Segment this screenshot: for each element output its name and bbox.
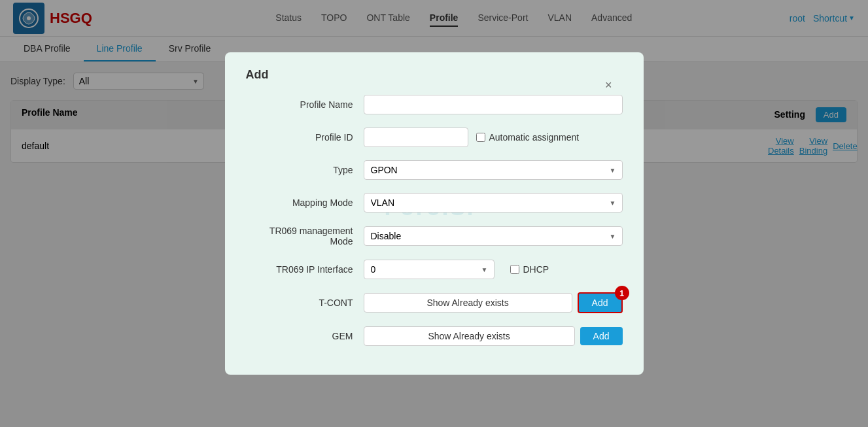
tr069-ip-select[interactable]: 0: [364, 260, 495, 279]
mapping-mode-select[interactable]: VLAN: [364, 193, 623, 213]
modal-close-button[interactable]: ×: [605, 78, 612, 92]
tcont-row: T-CONT Show Already exists Add 1: [246, 292, 623, 313]
tcont-badge: 1: [615, 286, 629, 300]
mapping-mode-label: Mapping Mode: [246, 197, 364, 208]
modal-content: ForoISP Add × Profile Name Profile ID Au…: [246, 68, 623, 346]
gem-show-exists-button[interactable]: Show Already exists: [364, 326, 575, 346]
tcont-label: T-CONT: [246, 298, 364, 308]
dhcp-group: DHCP: [510, 264, 549, 275]
gem-label: GEM: [246, 331, 364, 341]
tr069-mgmt-label: TR069 management Mode: [246, 226, 364, 247]
tr069-ip-select-wrap: 0: [364, 260, 495, 279]
auto-assign-label: Automatic assignment: [489, 132, 580, 143]
gem-add-button[interactable]: Add: [580, 327, 623, 345]
type-row: Type GPON: [246, 160, 623, 180]
profile-id-row: Profile ID Automatic assignment: [246, 128, 623, 147]
type-select-wrap: GPON: [364, 160, 623, 180]
dhcp-checkbox[interactable]: [510, 265, 519, 274]
add-modal: ForoISP Add × Profile Name Profile ID Au…: [225, 52, 644, 375]
profile-name-input[interactable]: [364, 95, 623, 114]
profile-name-label: Profile Name: [246, 99, 364, 110]
modal-title: Add: [246, 68, 623, 82]
tr069-mgmt-row: TR069 management Mode Disable: [246, 226, 623, 247]
tcont-controls: Show Already exists Add 1: [364, 292, 623, 313]
tr069-ip-row: TR069 IP Interface 0 DHCP: [246, 260, 623, 279]
gem-controls: Show Already exists Add: [364, 326, 623, 346]
auto-assign-group: Automatic assignment: [476, 132, 580, 143]
type-select[interactable]: GPON: [364, 160, 623, 180]
type-label: Type: [246, 165, 364, 175]
auto-assign-checkbox[interactable]: [476, 133, 485, 142]
mapping-mode-select-wrap: VLAN: [364, 193, 623, 213]
profile-id-label: Profile ID: [246, 132, 364, 143]
dhcp-label: DHCP: [523, 264, 549, 275]
modal-overlay: ForoISP Add × Profile Name Profile ID Au…: [0, 0, 868, 427]
tr069-ip-label: TR069 IP Interface: [246, 264, 364, 275]
tcont-show-exists-button[interactable]: Show Already exists: [364, 293, 572, 313]
tcont-add-group: Add 1: [578, 292, 623, 313]
gem-row: GEM Show Already exists Add: [246, 326, 623, 346]
mapping-mode-row: Mapping Mode VLAN: [246, 193, 623, 213]
tr069-mgmt-select[interactable]: Disable: [364, 226, 623, 246]
profile-id-input[interactable]: [364, 128, 468, 147]
profile-name-row: Profile Name: [246, 95, 623, 114]
profile-id-group: Automatic assignment: [364, 128, 580, 147]
tr069-mgmt-select-wrap: Disable: [364, 226, 623, 246]
